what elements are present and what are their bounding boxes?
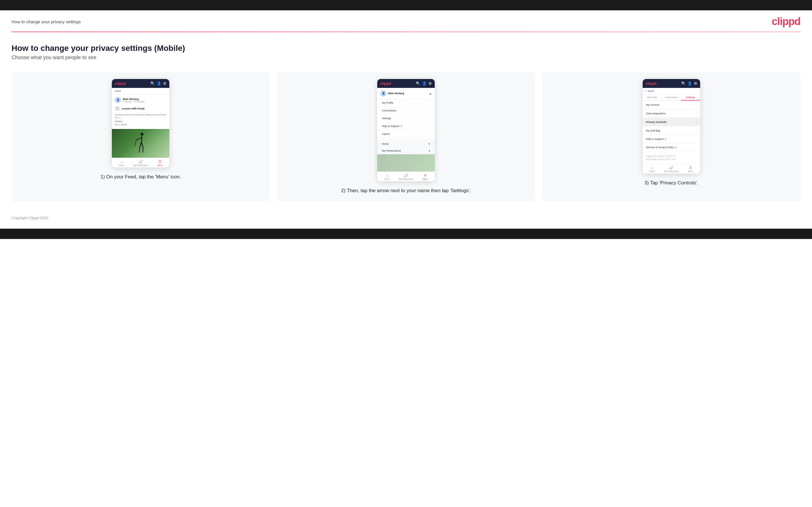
privacy-controls-label: Privacy Controls — [646, 121, 667, 123]
data-integrations-label: Data Integrations — [646, 112, 666, 115]
duration-value: 01 hr : 30 min — [115, 123, 166, 125]
menu-avatar: 👤 — [380, 90, 387, 97]
post-user-info: Blair McHarg Yesterday · Sunningdale — [123, 98, 145, 103]
help-support-label: Help & Support ↗ — [646, 137, 667, 140]
duration-label: Duration — [115, 120, 166, 122]
performance-label-2: My Performance — [399, 178, 413, 180]
post-header: 👤 Blair McHarg Yesterday · Sunningdale — [115, 97, 166, 103]
home-icon-3: ⌂ — [651, 166, 653, 170]
tab-my-profile[interactable]: My Profile — [643, 95, 662, 100]
post-username: Blair McHarg — [123, 98, 145, 101]
phone-mockup-2: clippd 🔍 👤 ⚙ 👤 Blair McHarg ▲ — [377, 79, 435, 181]
post-date: Yesterday · Sunningdale — [123, 101, 145, 103]
menu-icon: ☰ — [158, 160, 162, 164]
menu-item-settings[interactable]: Settings — [377, 115, 435, 122]
phone-nav-2: clippd 🔍 👤 ⚙ — [377, 79, 435, 88]
menu-label: Menu — [157, 164, 162, 166]
settings-icon-2: ⚙ — [428, 81, 432, 86]
phone-bottom-nav-3: ⌂ Home 📈 My Performance ☰ Menu — [643, 164, 700, 173]
svg-line-7 — [135, 140, 136, 146]
my-account-label: My Account — [646, 103, 660, 106]
profile-label: My Profile — [382, 101, 393, 104]
step-2-card: clippd 🔍 👤 ⚙ 👤 Blair McHarg ▲ — [277, 72, 536, 202]
phone-bottom-nav-2: ⌂ Home 📈 My Performance ✕ Menu — [377, 171, 435, 181]
home-label-3: Home — [650, 170, 655, 172]
performance-chevron: ▾ — [429, 149, 430, 152]
performance-icon-3: 📈 — [669, 166, 673, 170]
phone-nav-3: clippd 🔍 👤 ⚙ — [643, 79, 700, 88]
bottom-nav-home-3: ⌂ Home — [643, 166, 662, 172]
phone-nav-icons-3: 🔍 👤 ⚙ — [681, 81, 697, 86]
home-icon: ⌂ — [120, 160, 122, 164]
settings-item-help[interactable]: Help & Support ↗ — [643, 135, 700, 143]
back-bar[interactable]: < Back — [643, 88, 700, 95]
phone-bottom-nav-1: ⌂ Home 📈 My Performance ☰ Menu — [112, 158, 169, 167]
performance-label-3: My Performance — [664, 170, 678, 172]
search-icon-3: 🔍 — [681, 81, 686, 86]
performance-section-label: My Performance — [382, 149, 401, 152]
back-label: Back — [648, 90, 654, 93]
lesson-icon: 📋 — [115, 106, 120, 111]
user-icon: 👤 — [157, 81, 161, 86]
menu-item-profile[interactable]: My Profile — [377, 99, 435, 107]
back-chevron-icon: < — [646, 90, 647, 93]
menu-items: My Profile Connections Settings Help & S… — [377, 99, 435, 138]
service-privacy-label: Service & Privacy Policy ↗ — [646, 146, 677, 149]
settings-icon: ⚙ — [163, 81, 166, 86]
tab-connections[interactable]: Connections — [662, 95, 681, 100]
feed-label: Feed — [112, 88, 169, 95]
settings-item-my-golf-bag[interactable]: My Golf Bag › — [643, 126, 700, 135]
home-section-label: Home — [382, 143, 389, 145]
connections-label: Connections — [382, 109, 396, 112]
menu-section-home: Home ▾ — [377, 140, 435, 147]
page-title: How to change your privacy settings (Mob… — [11, 44, 801, 53]
menu-icon-3: ☰ — [689, 166, 692, 170]
settings-item-data-integrations[interactable]: Data Integrations › — [643, 109, 700, 118]
chevron-up-icon: ▲ — [429, 92, 432, 95]
performance-icon-2: 📈 — [404, 173, 408, 177]
menu-item-connections[interactable]: Connections — [377, 107, 435, 115]
settings-list: My Account › Data Integrations › Privacy… — [643, 101, 700, 152]
home-icon-2: ⌂ — [386, 173, 388, 177]
svg-line-6 — [143, 148, 143, 153]
phone-post: 👤 Blair McHarg Yesterday · Sunningdale 📋… — [112, 95, 169, 129]
page-subtitle: Choose what you want people to see — [11, 55, 801, 61]
phone-logo-1: clippd — [115, 81, 125, 86]
menu-user-header: 👤 Blair McHarg ▲ — [377, 88, 435, 99]
close-icon: ✕ — [424, 173, 427, 177]
phone-logo-2: clippd — [380, 81, 391, 86]
menu-item-logout[interactable]: Logout — [377, 130, 435, 138]
home-label-2: Home — [384, 178, 390, 180]
settings-label: Settings — [382, 117, 391, 120]
performance-label: My Performance — [134, 164, 148, 166]
my-golf-bag-chevron: › — [696, 129, 697, 132]
tab-settings[interactable]: Settings — [681, 95, 700, 101]
phone-mockup-1: clippd 🔍 👤 ⚙ Feed 👤 Blair McHarg — [112, 79, 169, 167]
search-icon: 🔍 — [150, 81, 155, 86]
settings-item-service-privacy[interactable]: Service & Privacy Policy ↗ — [643, 143, 700, 152]
home-label: Home — [119, 164, 124, 166]
bottom-nav-menu-2: ✕ Menu — [415, 173, 435, 180]
svg-line-3 — [140, 142, 142, 148]
user-icon-2: 👤 — [422, 81, 427, 86]
bottom-bar — [0, 229, 812, 239]
phone-logo-3: clippd — [646, 81, 656, 86]
step-1-card: clippd 🔍 👤 ⚙ Feed 👤 Blair McHarg — [11, 72, 270, 202]
privacy-controls-chevron: › — [696, 120, 697, 123]
my-golf-bag-label: My Golf Bag — [646, 129, 660, 132]
logout-label: Logout — [382, 132, 390, 135]
settings-item-privacy-controls[interactable]: Privacy Controls › — [643, 118, 700, 126]
version-text: Clippd Client Version: 2022.8.3-3GQL Ser… — [643, 152, 700, 164]
menu-username: Blair McHarg — [388, 92, 404, 95]
golfer-image — [112, 129, 169, 158]
bg-content — [377, 154, 435, 171]
bottom-nav-menu-3: ☰ Menu — [681, 166, 700, 172]
menu-item-help[interactable]: Help & Support ↗ — [377, 122, 435, 130]
svg-line-4 — [142, 142, 143, 148]
step-2-caption: 2) Then, tap the arrow next to your name… — [341, 187, 471, 194]
settings-item-my-account[interactable]: My Account › — [643, 101, 700, 109]
performance-icon: 📈 — [139, 160, 143, 164]
home-chevron: ▾ — [429, 143, 430, 145]
menu-label-3: Menu — [688, 170, 693, 172]
bottom-nav-menu: ☰ Menu — [150, 160, 170, 166]
